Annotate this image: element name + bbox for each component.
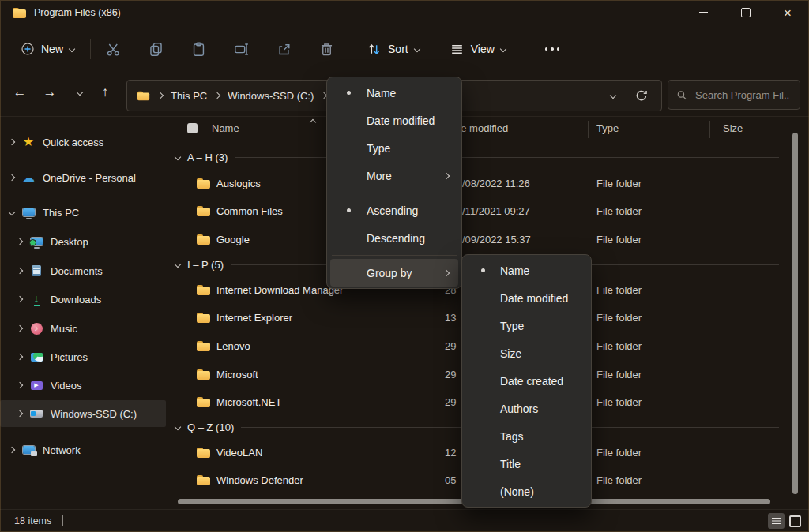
large-icons-view-button[interactable]	[787, 513, 803, 529]
expand-chevron-icon[interactable]	[17, 382, 23, 388]
menu-item-group-by[interactable]: Group by	[330, 259, 458, 287]
expand-chevron-icon[interactable]	[9, 447, 15, 453]
trash-icon	[319, 42, 334, 57]
file-row-common-files[interactable]: Common Files /11/2021 09:27 File folder	[167, 198, 792, 225]
menu-item-name[interactable]: Name	[330, 79, 458, 107]
vertical-scrollbar[interactable]	[792, 133, 798, 494]
sidebar-item-videos[interactable]: ▶ Videos	[0, 373, 166, 397]
column-name[interactable]: Name	[212, 122, 239, 134]
select-all-checkbox[interactable]	[187, 123, 198, 133]
documents-icon	[29, 264, 43, 278]
column-divider[interactable]	[709, 121, 710, 138]
submenu-item-tags[interactable]: Tags	[465, 422, 588, 450]
expand-chevron-icon[interactable]	[17, 296, 23, 302]
group-collapse-icon[interactable]	[175, 261, 181, 268]
sort-context-menu: Name Date modified Type More Ascending D…	[326, 77, 462, 289]
minimize-button[interactable]	[685, 0, 721, 25]
new-button[interactable]: New	[14, 37, 81, 61]
group-collapse-icon[interactable]	[175, 424, 181, 430]
expand-chevron-icon[interactable]	[17, 410, 23, 417]
breadcrumb-drive[interactable]: Windows-SSD (C:)	[224, 90, 317, 102]
menu-separator	[332, 193, 457, 193]
group-collapse-icon[interactable]	[175, 154, 181, 160]
share-button[interactable]	[268, 36, 299, 62]
sidebar-item-this-pc[interactable]: This PC	[0, 200, 166, 224]
item-count: 18 items	[14, 515, 51, 526]
menu-item-ascending[interactable]: Ascending	[330, 197, 458, 224]
copy-button[interactable]	[140, 36, 171, 62]
expand-chevron-icon[interactable]	[17, 268, 23, 274]
submenu-item-name[interactable]: Name	[465, 257, 588, 284]
submenu-item-size[interactable]: Size	[465, 339, 588, 367]
paste-button[interactable]	[182, 36, 214, 62]
submenu-item-authors[interactable]: Authors	[465, 395, 588, 422]
view-button[interactable]: View	[443, 37, 512, 62]
search-input[interactable]	[694, 88, 792, 102]
status-bar: 18 items	[0, 509, 809, 532]
column-type[interactable]: Type	[596, 122, 619, 134]
search-box[interactable]	[668, 80, 800, 110]
see-more-button[interactable]	[536, 36, 568, 62]
menu-item-date-modified[interactable]: Date modified	[330, 107, 458, 134]
sidebar-item-pictures[interactable]: Pictures	[0, 345, 166, 369]
selected-bullet-icon	[347, 91, 351, 95]
expand-chevron-icon[interactable]	[17, 354, 23, 360]
toolbar-divider	[352, 39, 352, 59]
submenu-item-title[interactable]: Title	[465, 450, 588, 478]
rename-button[interactable]	[225, 36, 257, 62]
forward-button[interactable]: →	[36, 79, 63, 106]
submenu-item-date-modified[interactable]: Date modified	[465, 284, 588, 312]
address-dropdown-icon[interactable]	[610, 92, 616, 99]
delete-button[interactable]	[310, 36, 342, 62]
sidebar-item-network[interactable]: Network	[0, 438, 166, 462]
breadcrumb-chevron-icon[interactable]	[157, 92, 164, 99]
folder-icon	[137, 91, 149, 100]
submenu-item-type[interactable]: Type	[465, 312, 588, 339]
refresh-icon[interactable]	[634, 88, 649, 103]
share-icon	[277, 42, 292, 57]
column-size[interactable]: Size	[723, 122, 743, 134]
window-title: Program Files (x86)	[34, 7, 121, 18]
group-header-a-h[interactable]: A – H (3)	[167, 144, 792, 170]
submenu-item-date-created[interactable]: Date created	[465, 367, 588, 395]
cut-button[interactable]	[97, 36, 129, 62]
sidebar-item-music[interactable]: ♪ Music	[0, 317, 166, 340]
toolbar-divider	[90, 39, 91, 59]
sort-button[interactable]: Sort	[360, 37, 426, 62]
sidebar-item-onedrive[interactable]: ☁ OneDrive - Personal	[0, 166, 166, 189]
expand-chevron-icon[interactable]	[17, 238, 23, 245]
submenu-chevron-icon	[443, 172, 450, 178]
group-by-submenu: Name Date modified Type Size Date create…	[461, 254, 592, 508]
recent-locations-button[interactable]	[66, 79, 93, 106]
title-bar: Program Files (x86) ×	[0, 0, 809, 25]
sort-button-label: Sort	[388, 43, 408, 55]
collapse-chevron-icon[interactable]	[9, 209, 15, 215]
sidebar-item-documents[interactable]: Documents	[0, 259, 166, 283]
submenu-item-none[interactable]: (None)	[465, 478, 588, 505]
details-view-button[interactable]	[768, 513, 785, 529]
expand-chevron-icon[interactable]	[9, 139, 15, 145]
sidebar-item-downloads[interactable]: ↓ Downloads	[0, 287, 166, 311]
up-button[interactable]: ↑	[92, 79, 119, 106]
maximize-button[interactable]	[728, 0, 764, 25]
sidebar-item-windows-ssd[interactable]: Windows-SSD (C:)	[0, 400, 166, 427]
file-row-auslogics[interactable]: Auslogics /08/2022 11:26 File folder	[167, 170, 792, 197]
close-button[interactable]: ×	[769, 0, 806, 25]
column-divider[interactable]	[588, 121, 589, 138]
selected-bullet-icon	[347, 208, 351, 212]
column-header-row: Name Date modified Type Size	[167, 117, 800, 142]
plus-circle-icon	[21, 42, 35, 56]
breadcrumb-this-pc[interactable]: This PC	[167, 90, 210, 102]
sidebar-item-desktop[interactable]: Desktop	[0, 230, 166, 253]
folder-icon	[197, 313, 210, 323]
expand-chevron-icon[interactable]	[17, 325, 23, 332]
file-row-google[interactable]: Google /09/2022 15:37 File folder	[167, 227, 792, 253]
menu-item-type[interactable]: Type	[330, 134, 458, 162]
expand-chevron-icon[interactable]	[9, 174, 15, 181]
menu-item-more[interactable]: More	[330, 162, 458, 189]
breadcrumb-chevron-icon[interactable]	[214, 92, 220, 99]
menu-item-descending[interactable]: Descending	[330, 224, 458, 252]
back-button[interactable]: ←	[6, 79, 33, 106]
chevron-down-icon	[69, 46, 75, 52]
sidebar-item-quick-access[interactable]: ★ Quick access	[0, 130, 166, 154]
